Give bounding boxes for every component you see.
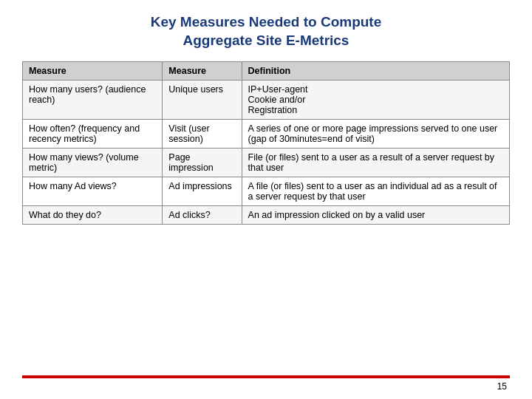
page: Key Measures Needed to Compute Aggregate…	[0, 0, 532, 399]
col-header-2: Measure	[163, 62, 242, 81]
col-header-1: Measure	[23, 62, 163, 81]
table-cell-0-1: Unique users	[163, 81, 242, 120]
table-row: How many users? (audience reach)Unique u…	[23, 81, 510, 120]
table-cell-0-2: IP+User-agentCookie and/orRegistration	[242, 81, 509, 120]
page-number: 15	[22, 381, 510, 392]
table-cell-1-0: How often? (frequency and recency metric…	[23, 120, 163, 149]
table-row: How often? (frequency and recency metric…	[23, 120, 510, 149]
table-cell-3-0: How many Ad views?	[23, 177, 163, 206]
col-header-3: Definition	[242, 62, 509, 81]
table-cell-3-1: Ad impressions	[163, 177, 242, 206]
table-cell-0-0: How many users? (audience reach)	[23, 81, 163, 120]
metrics-table: Measure Measure Definition How many user…	[22, 61, 510, 225]
table-cell-2-1: Page impression	[163, 149, 242, 177]
page-title: Key Measures Needed to Compute Aggregate…	[151, 13, 382, 50]
table-cell-4-2: An ad impression clicked on by a valid u…	[242, 206, 509, 225]
table-cell-2-2: File (or files) sent to a user as a resu…	[242, 149, 509, 177]
table-cell-1-2: A series of one or more page impressions…	[242, 120, 509, 149]
table-cell-2-0: How many views? (volume metric)	[23, 149, 163, 177]
table-cell-1-1: Visit (user session)	[163, 120, 242, 149]
footer-bar	[22, 375, 510, 378]
table-row: What do they do?Ad clicks?An ad impressi…	[23, 206, 510, 225]
table-cell-4-1: Ad clicks?	[163, 206, 242, 225]
table-cell-3-2: A file (or files) sent to a user as an i…	[242, 177, 509, 206]
table-row: How many views? (volume metric)Page impr…	[23, 149, 510, 177]
table-cell-4-0: What do they do?	[23, 206, 163, 225]
table-row: How many Ad views?Ad impressionsA file (…	[23, 177, 510, 206]
table-header-row: Measure Measure Definition	[23, 62, 510, 81]
